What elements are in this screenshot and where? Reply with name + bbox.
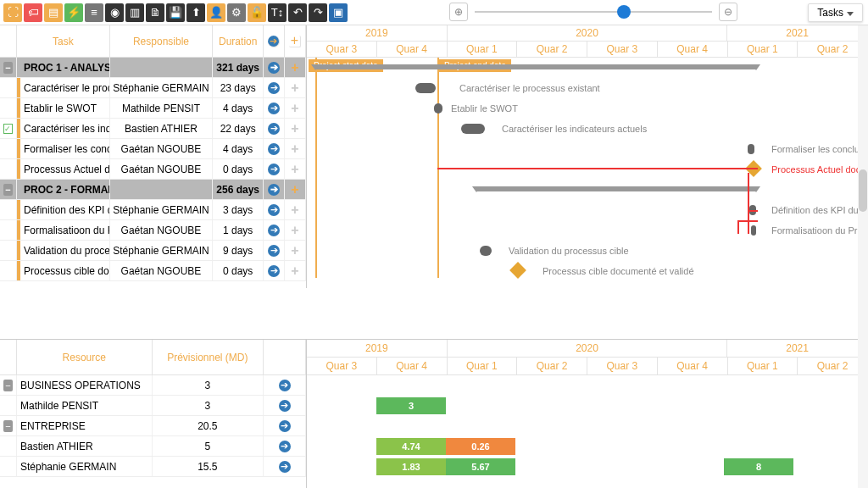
task-row[interactable]: Formalisatioon du PGaétan NGOUBE1 days➔+ xyxy=(0,220,306,241)
add-icon[interactable]: + xyxy=(289,123,301,135)
action-icon[interactable]: ➔ xyxy=(279,380,291,391)
action-icon[interactable]: ➔ xyxy=(268,204,280,216)
task-row[interactable]: Processus cible docGaétan NGOUBE0 days➔+ xyxy=(0,261,306,281)
resource-row[interactable]: −ENTREPRISE20.5➔ xyxy=(0,416,306,436)
fullscreen-icon[interactable]: ▣ xyxy=(329,3,348,22)
columns-icon[interactable]: ▥ xyxy=(125,3,144,22)
task-row[interactable]: Etablir le SWOTMathilde PENSIT4 days➔+ xyxy=(0,98,306,119)
zoom-control: ⊕ ⊖ xyxy=(449,3,737,21)
vertical-scrollbar[interactable] xyxy=(858,25,868,488)
action-icon[interactable]: ➔ xyxy=(268,103,280,114)
action-icon[interactable]: ➔ xyxy=(268,245,280,257)
tag-icon[interactable]: 🏷 xyxy=(24,3,42,22)
task-row[interactable]: ✓Caractériser les indBastien ATHIER22 da… xyxy=(0,119,306,139)
action-icon[interactable]: ➔ xyxy=(268,164,280,175)
add-icon[interactable]: + xyxy=(289,225,301,236)
add-icon[interactable]: + xyxy=(289,204,301,216)
add-icon[interactable]: + xyxy=(289,245,301,257)
add-icon[interactable]: + xyxy=(289,36,301,47)
task-row[interactable]: −PROC 2 - FORMAL256 days➔+ xyxy=(0,180,306,200)
user-icon[interactable]: 👤 xyxy=(207,3,225,22)
expand-icon[interactable]: ⛶ xyxy=(3,3,22,22)
task-row[interactable]: Processus Actuel dGaétan NGOUBE0 days➔+ xyxy=(0,159,306,180)
action-icon[interactable]: ➔ xyxy=(279,461,291,473)
add-icon[interactable]: + xyxy=(289,143,301,155)
lock-icon[interactable]: 🔓 xyxy=(248,3,266,22)
resource-row[interactable]: Mathilde PENSIT3➔ xyxy=(0,396,306,416)
resource-row[interactable]: Stéphanie GERMAIN15.5➔ xyxy=(0,457,306,477)
load-chart: 201920202021 Quar 3Quar 4Quar 1Quar 2Qua… xyxy=(307,340,868,488)
zoom-out-icon[interactable]: ⊖ xyxy=(719,3,737,21)
collapse-icon[interactable]: − xyxy=(3,184,13,196)
zoom-in-icon[interactable]: ⊕ xyxy=(449,3,468,21)
col-task: Task xyxy=(17,25,110,58)
action-icon[interactable]: ➔ xyxy=(268,225,280,236)
resource-grid: Resource Prévisionnel (MD) −BUSINESS OPE… xyxy=(0,340,307,488)
flash-icon[interactable]: ⚡ xyxy=(64,3,83,22)
add-icon[interactable]: + xyxy=(289,82,301,94)
task-row[interactable]: Définition des KPI dStéphanie GERMAIN3 d… xyxy=(0,200,306,220)
task-row[interactable]: Validation du proceStéphanie GERMAIN9 da… xyxy=(0,241,306,261)
chevron-down-icon xyxy=(847,12,854,16)
add-icon[interactable]: + xyxy=(289,164,301,175)
col-resource: Resource xyxy=(17,340,153,375)
col-duration: Duration xyxy=(213,25,264,58)
action-icon[interactable]: ➔ xyxy=(268,143,280,155)
action-icon[interactable]: ➔ xyxy=(279,441,291,452)
add-icon[interactable]: + xyxy=(289,184,301,196)
toolbar: ⛶ 🏷 ▤ ⚡ ≡ ◉ ▥ 🗎 💾 ⬆ 👤 ⚙ 🔓 T↕ ↶ ↷ ▣ xyxy=(0,0,868,25)
action-icon[interactable]: ➔ xyxy=(279,400,291,412)
text-size-icon[interactable]: T↕ xyxy=(268,3,287,22)
tasks-dropdown[interactable]: Tasks xyxy=(808,3,863,22)
resource-row[interactable]: Bastien ATHIER5➔ xyxy=(0,436,306,457)
action-icon[interactable]: ➔ xyxy=(268,184,280,196)
copy-icon[interactable]: ▤ xyxy=(44,3,63,22)
task-row[interactable]: −PROC 1 - ANALYS321 days➔+ xyxy=(0,58,306,78)
action-icon[interactable]: ➔ xyxy=(268,62,280,74)
redo-icon[interactable]: ↷ xyxy=(309,3,327,22)
settings-icon[interactable]: ⚙ xyxy=(227,3,246,22)
action-icon[interactable]: ➔ xyxy=(279,420,291,432)
action-icon[interactable]: ➔ xyxy=(268,82,280,94)
task-row[interactable]: Formaliser les concGaétan NGOUBE4 days➔+ xyxy=(0,139,306,159)
add-icon[interactable]: + xyxy=(289,103,301,114)
resource-row[interactable]: −BUSINESS OPERATIONS3➔ xyxy=(0,375,306,396)
add-icon[interactable]: + xyxy=(289,265,301,277)
gantt-chart: 201920202021 Quar 3Quar 4Quar 1Quar 2Qua… xyxy=(307,25,868,288)
eye-icon[interactable]: ◉ xyxy=(105,3,124,22)
action-icon[interactable]: ➔ xyxy=(268,36,280,47)
file-icon[interactable]: 🗎 xyxy=(146,3,164,22)
upload-icon[interactable]: ⬆ xyxy=(186,3,205,22)
collapse-icon[interactable]: − xyxy=(3,62,13,74)
list-icon[interactable]: ≡ xyxy=(85,3,103,22)
undo-icon[interactable]: ↶ xyxy=(288,3,307,22)
action-icon[interactable]: ➔ xyxy=(268,123,280,135)
col-previsionnel: Prévisionnel (MD) xyxy=(153,340,264,375)
action-icon[interactable]: ➔ xyxy=(268,265,280,277)
task-grid: Task Responsible Duration ➔ + −PROC 1 - … xyxy=(0,25,307,288)
save-icon[interactable]: 💾 xyxy=(166,3,185,22)
collapse-icon[interactable]: − xyxy=(3,380,13,391)
collapse-icon[interactable]: − xyxy=(3,420,13,432)
zoom-slider[interactable] xyxy=(475,11,712,13)
add-icon[interactable]: + xyxy=(289,62,301,74)
task-row[interactable]: Caractériser le procStéphanie GERMAIN23 … xyxy=(0,78,306,98)
col-responsible: Responsible xyxy=(110,25,214,58)
